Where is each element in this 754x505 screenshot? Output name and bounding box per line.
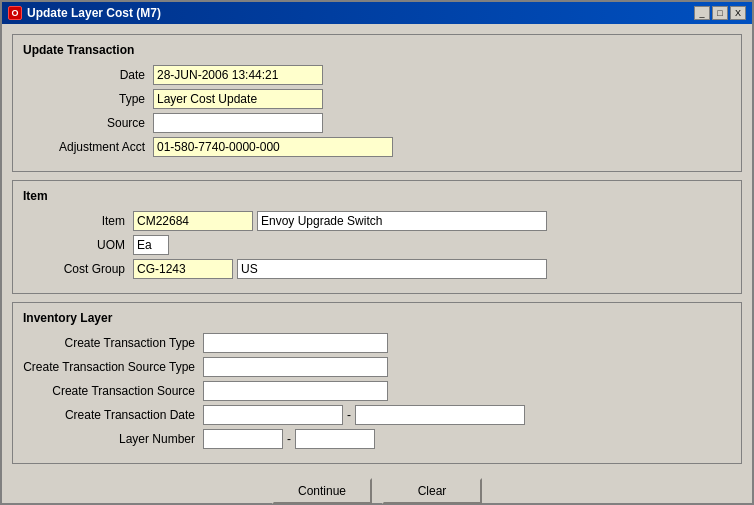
- window-icon: O: [8, 6, 22, 20]
- create-transaction-source-row: Create Transaction Source: [23, 381, 731, 401]
- layer-number-input1[interactable]: [203, 429, 283, 449]
- create-transaction-date-input1[interactable]: [203, 405, 343, 425]
- type-row: Type: [23, 89, 731, 109]
- update-transaction-section: Update Transaction Date Type Source Adju…: [12, 34, 742, 172]
- maximize-button[interactable]: □: [712, 6, 728, 20]
- adjustment-acct-input[interactable]: [153, 137, 393, 157]
- inventory-layer-title: Inventory Layer: [23, 311, 731, 325]
- source-label: Source: [23, 116, 153, 130]
- clear-button[interactable]: Clear: [382, 478, 482, 504]
- adjustment-acct-row: Adjustment Acct: [23, 137, 731, 157]
- date-row: Date: [23, 65, 731, 85]
- cost-group-row: Cost Group: [23, 259, 731, 279]
- source-input[interactable]: [153, 113, 323, 133]
- layer-number-label: Layer Number: [23, 432, 203, 446]
- cost-group-label: Cost Group: [23, 262, 133, 276]
- layer-number-input2[interactable]: [295, 429, 375, 449]
- date-dash: -: [343, 408, 355, 422]
- buttons-row: Continue Clear: [12, 478, 742, 504]
- create-transaction-date-input2[interactable]: [355, 405, 525, 425]
- date-label: Date: [23, 68, 153, 82]
- uom-row: UOM: [23, 235, 731, 255]
- layer-number-dash: -: [283, 432, 295, 446]
- create-transaction-source-type-row: Create Transaction Source Type: [23, 357, 731, 377]
- minimize-button[interactable]: _: [694, 6, 710, 20]
- content-area: Update Transaction Date Type Source Adju…: [2, 24, 752, 505]
- create-transaction-source-type-label: Create Transaction Source Type: [23, 360, 203, 374]
- adjustment-acct-label: Adjustment Acct: [23, 140, 153, 154]
- source-row: Source: [23, 113, 731, 133]
- create-transaction-type-label: Create Transaction Type: [23, 336, 203, 350]
- uom-input[interactable]: [133, 235, 169, 255]
- create-transaction-source-label: Create Transaction Source: [23, 384, 203, 398]
- type-label: Type: [23, 92, 153, 106]
- create-transaction-date-label: Create Transaction Date: [23, 408, 203, 422]
- cost-group-input[interactable]: [133, 259, 233, 279]
- item-title: Item: [23, 189, 731, 203]
- create-transaction-source-type-input[interactable]: [203, 357, 388, 377]
- create-transaction-type-row: Create Transaction Type: [23, 333, 731, 353]
- date-input[interactable]: [153, 65, 323, 85]
- window-title: Update Layer Cost (M7): [27, 6, 161, 20]
- layer-number-row: Layer Number -: [23, 429, 731, 449]
- item-input[interactable]: [133, 211, 253, 231]
- inventory-layer-section: Inventory Layer Create Transaction Type …: [12, 302, 742, 464]
- title-bar: O Update Layer Cost (M7) _ □ X: [2, 2, 752, 24]
- uom-label: UOM: [23, 238, 133, 252]
- create-transaction-type-input[interactable]: [203, 333, 388, 353]
- item-row: Item: [23, 211, 731, 231]
- title-bar-left: O Update Layer Cost (M7): [8, 6, 161, 20]
- create-transaction-date-row: Create Transaction Date -: [23, 405, 731, 425]
- item-section: Item Item UOM Cost Group: [12, 180, 742, 294]
- close-button[interactable]: X: [730, 6, 746, 20]
- item-desc-input[interactable]: [257, 211, 547, 231]
- type-input[interactable]: [153, 89, 323, 109]
- item-label: Item: [23, 214, 133, 228]
- create-transaction-source-input[interactable]: [203, 381, 388, 401]
- continue-button[interactable]: Continue: [272, 478, 372, 504]
- cost-group-extra-input[interactable]: [237, 259, 547, 279]
- title-buttons: _ □ X: [694, 6, 746, 20]
- main-window: O Update Layer Cost (M7) _ □ X Update Tr…: [0, 0, 754, 505]
- update-transaction-title: Update Transaction: [23, 43, 731, 57]
